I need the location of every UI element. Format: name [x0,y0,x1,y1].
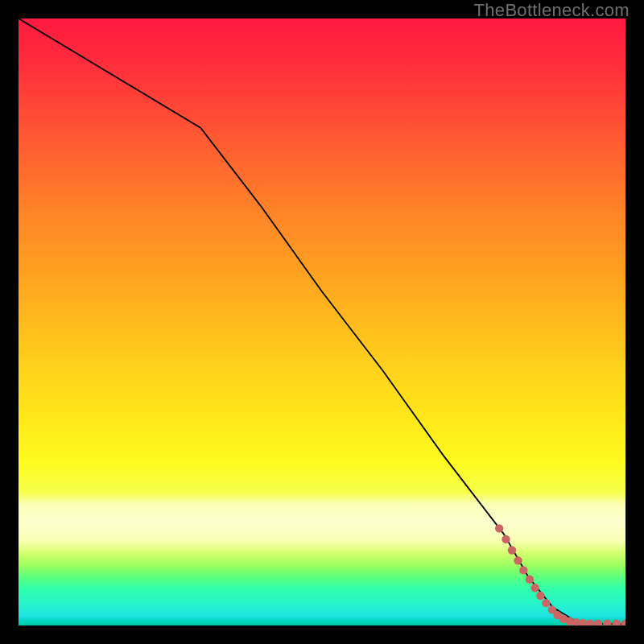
dot [612,620,620,625]
dot [603,620,611,625]
dot [536,592,544,600]
dot [594,620,602,625]
dot [519,566,527,574]
plot-overlay [19,19,625,625]
dot [502,535,510,543]
dot [579,619,587,625]
dot [621,620,625,625]
dot [495,524,503,532]
curve-line [19,19,625,624]
dot [526,576,534,584]
dot [508,546,516,554]
dots-series [495,524,625,625]
dot [586,620,594,625]
dot [530,584,539,592]
dot [514,556,522,564]
dot [542,599,550,607]
watermark-text: TheBottleneck.com [474,0,630,21]
chart-frame: TheBottleneck.com [0,0,644,644]
